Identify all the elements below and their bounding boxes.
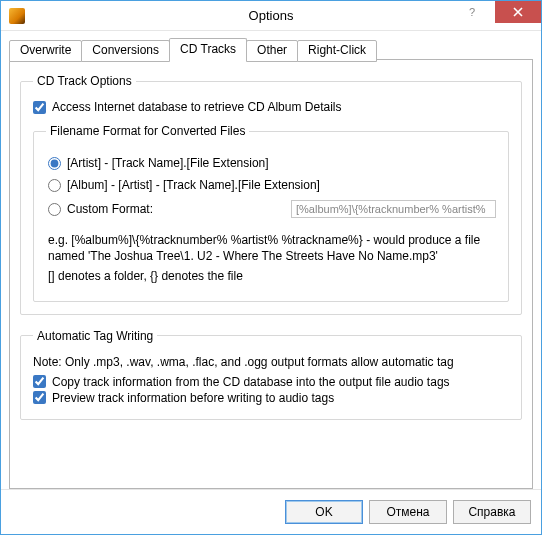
radio-custom-format[interactable] [48, 203, 61, 216]
radio-album-artist-track-row[interactable]: [Album] - [Artist] - [Track Name].[File … [48, 178, 496, 192]
cancel-button[interactable]: Отмена [369, 500, 447, 524]
radio-album-artist-track-label: [Album] - [Artist] - [Track Name].[File … [67, 178, 320, 192]
radio-custom-format-label: Custom Format: [67, 202, 153, 216]
help-titlebar-button[interactable]: ? [449, 1, 495, 23]
copy-track-info-label: Copy track information from the CD datab… [52, 375, 450, 389]
radio-artist-track-label: [Artist] - [Track Name].[File Extension] [67, 156, 269, 170]
preview-track-info-row[interactable]: Preview track information before writing… [33, 391, 509, 405]
custom-format-input[interactable] [291, 200, 496, 218]
radio-artist-track[interactable] [48, 157, 61, 170]
tab-overwrite[interactable]: Overwrite [9, 40, 82, 62]
group-filename-legend: Filename Format for Converted Files [46, 124, 249, 138]
tab-strip: Overwrite Conversions CD Tracks Other Ri… [9, 38, 541, 60]
access-internet-checkbox[interactable] [33, 101, 46, 114]
dialog-buttons: OK Отмена Справка [1, 489, 541, 534]
tab-panel-cdtracks: CD Track Options Access Internet databas… [9, 59, 533, 489]
close-button[interactable] [495, 1, 541, 23]
help-button[interactable]: Справка [453, 500, 531, 524]
example-note: [] denotes a folder, {} denotes the file [48, 268, 494, 284]
access-internet-row[interactable]: Access Internet database to retrieve CD … [33, 100, 509, 114]
options-window: Options ? Overwrite Conversions CD Track… [0, 0, 542, 535]
group-auto-tag: Automatic Tag Writing Note: Only .mp3, .… [20, 329, 522, 420]
preview-track-info-label: Preview track information before writing… [52, 391, 334, 405]
tab-other[interactable]: Other [246, 40, 298, 62]
group-cd-track-options: CD Track Options Access Internet databas… [20, 74, 522, 315]
example-text: e.g. [%album%]\{%tracknumber% %artist% %… [48, 232, 494, 264]
window-buttons: ? [449, 1, 541, 23]
access-internet-label: Access Internet database to retrieve CD … [52, 100, 341, 114]
radio-album-artist-track[interactable] [48, 179, 61, 192]
preview-track-info-checkbox[interactable] [33, 391, 46, 404]
close-icon [513, 7, 523, 17]
group-auto-tag-legend: Automatic Tag Writing [33, 329, 157, 343]
copy-track-info-checkbox[interactable] [33, 375, 46, 388]
copy-track-info-row[interactable]: Copy track information from the CD datab… [33, 375, 509, 389]
radio-custom-row[interactable]: Custom Format: [48, 200, 496, 218]
group-cd-track-legend: CD Track Options [33, 74, 136, 88]
ok-button[interactable]: OK [285, 500, 363, 524]
titlebar: Options ? [1, 1, 541, 31]
tab-rightclick[interactable]: Right-Click [297, 40, 377, 62]
tab-conversions[interactable]: Conversions [81, 40, 170, 62]
tab-cdtracks[interactable]: CD Tracks [169, 38, 247, 60]
radio-artist-track-row[interactable]: [Artist] - [Track Name].[File Extension] [48, 156, 496, 170]
auto-tag-note: Note: Only .mp3, .wav, .wma, .flac, and … [33, 355, 509, 369]
app-icon [9, 8, 25, 24]
group-filename-format: Filename Format for Converted Files [Art… [33, 124, 509, 302]
